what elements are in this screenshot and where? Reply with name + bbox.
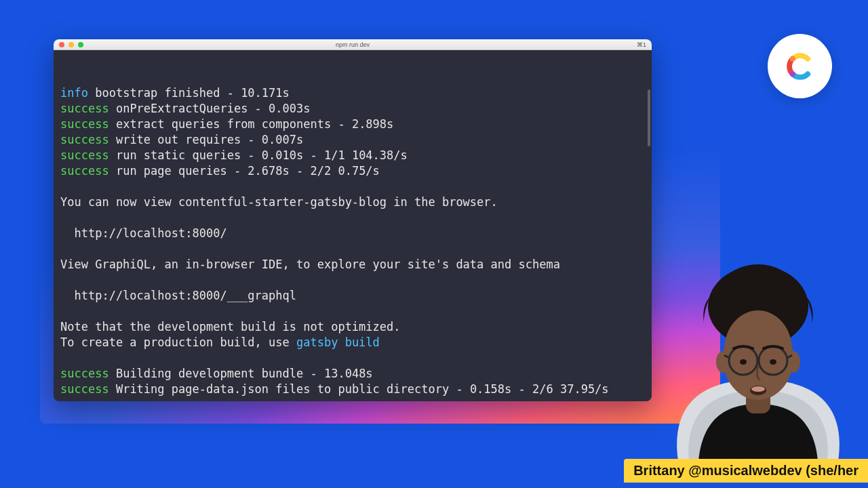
- terminal-line: success Building development bundle - 13…: [60, 366, 645, 382]
- log-message: Note that the development build is not o…: [60, 320, 401, 333]
- log-message: run static queries - 0.010s - 1/1 104.38…: [116, 148, 408, 162]
- terminal-line: Note that the development build is not o…: [60, 319, 645, 335]
- video-frame: npm run dev ⌘1 info bootstrap finished -…: [0, 0, 868, 488]
- svg-point-16: [751, 386, 765, 392]
- terminal-line: [60, 210, 645, 226]
- terminal-line: http://localhost:8000/___graphql: [60, 288, 645, 304]
- terminal-line: [60, 241, 645, 257]
- terminal-line: success run page queries - 2.678s - 2/2 …: [60, 163, 645, 179]
- terminal-scrollbar[interactable]: [648, 89, 650, 146]
- svg-point-13: [740, 359, 747, 365]
- terminal-line: [60, 272, 645, 288]
- terminal-line: success Writing page-data.json files to …: [60, 382, 645, 397]
- log-message: extract queries from components - 2.898s: [116, 117, 393, 131]
- svg-point-1: [789, 71, 795, 77]
- log-message: You can now view contentful-starter-gats…: [60, 195, 498, 209]
- log-message: Building development bundle - 13.048s: [116, 367, 373, 380]
- svg-point-14: [770, 359, 776, 365]
- log-tag-success: success: [60, 148, 109, 162]
- log-message: To create a production build, use: [60, 336, 296, 349]
- log-tag-success: success: [60, 117, 109, 131]
- log-message: write out requires - 0.007s: [116, 133, 303, 146]
- log-tag-success: success: [60, 164, 109, 178]
- terminal-line: [60, 179, 645, 195]
- log-tag-success: success: [60, 133, 109, 146]
- terminal-line: success onPreExtractQueries - 0.003s: [60, 101, 645, 117]
- log-tag-success: success: [60, 367, 109, 380]
- terminal-line: success extract queries from components …: [60, 117, 645, 132]
- presenter-name-banner: Brittany @musicalwebdev (she/her: [624, 459, 868, 483]
- terminal-line: [60, 304, 645, 319]
- presenter-webcam: [651, 237, 865, 461]
- svg-point-7: [787, 351, 800, 373]
- window-titlebar[interactable]: npm run dev ⌘1: [54, 39, 652, 50]
- log-tag-success: success: [60, 382, 109, 396]
- terminal-line: You can now view contentful-starter-gats…: [60, 195, 645, 210]
- terminal-window[interactable]: npm run dev ⌘1 info bootstrap finished -…: [54, 39, 652, 401]
- log-tag-info: info: [60, 86, 88, 100]
- log-command: gatsby build: [296, 336, 380, 349]
- log-message: http://localhost:8000/___graphql: [60, 289, 296, 302]
- log-message: onPreExtractQueries - 0.003s: [116, 102, 311, 115]
- terminal-line: success run static queries - 0.010s - 1/…: [60, 148, 645, 163]
- log-tag-success: success: [60, 102, 109, 115]
- terminal-output[interactable]: info bootstrap finished - 10.171ssuccess…: [54, 50, 652, 401]
- terminal-line: [60, 350, 645, 366]
- window-title: npm run dev: [54, 41, 652, 48]
- window-shortcut: ⌘1: [637, 41, 646, 48]
- terminal-line: View GraphiQL, an in-browser IDE, to exp…: [60, 257, 645, 272]
- log-message: Writing page-data.json files to public d…: [116, 382, 609, 396]
- log-message: run page queries - 2.678s - 2/2 0.75/s: [116, 164, 380, 178]
- log-message: bootstrap finished - 10.171s: [95, 86, 290, 100]
- terminal-line: info bootstrap finished - 10.171s: [60, 85, 645, 101]
- svg-point-0: [789, 56, 795, 61]
- log-message: http://localhost:8000/: [60, 226, 227, 240]
- terminal-line: http://localhost:8000/: [60, 226, 645, 241]
- terminal-line: success write out requires - 0.007s: [60, 132, 645, 148]
- terminal-line: To create a production build, use gatsby…: [60, 335, 645, 350]
- log-message: View GraphiQL, an in-browser IDE, to exp…: [60, 258, 560, 271]
- svg-point-6: [716, 351, 730, 373]
- contentful-logo-icon: [781, 47, 819, 85]
- brand-badge: [768, 34, 832, 98]
